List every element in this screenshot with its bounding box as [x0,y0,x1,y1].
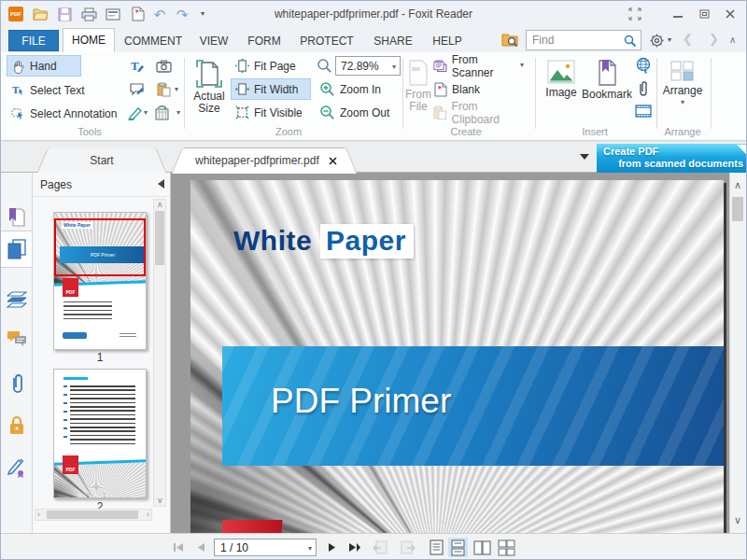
thumbnails-vertical-scrollbar[interactable]: ∧ ∨ [153,199,166,507]
page-thumbnail-2[interactable]: PDF [53,369,147,498]
insert-bookmark-button[interactable]: Bookmark [582,55,632,126]
vscroll-thumb[interactable] [155,211,164,265]
tab-form[interactable]: FORM [242,32,287,50]
page-thumbnail-1[interactable]: White Paper PDF Primer PDF [53,212,147,350]
scroll-left-icon[interactable]: ‹ [37,511,40,519]
signatures-panel-button[interactable] [1,449,32,486]
search-folder-icon[interactable] [501,32,519,48]
scroll-down-icon[interactable]: ∨ [157,497,163,505]
settings-caret-icon[interactable]: ▾ [668,36,671,44]
previous-page-button[interactable] [191,539,210,556]
doc-title-word1: White [233,225,312,256]
pdf-page[interactable]: White Paper PDF Primer [190,180,724,533]
next-view-button[interactable] [399,539,417,556]
create-from-clipboard-button[interactable]: From Clipboard [429,102,531,123]
history-back-icon[interactable]: ❮ [683,32,693,46]
tab-close-icon[interactable] [329,157,337,165]
document-view[interactable]: White Paper PDF Primer [171,173,729,533]
facing-view-button[interactable] [472,538,492,557]
thumb1-viewport-rect[interactable] [54,218,146,276]
paste-button[interactable] [154,79,173,100]
single-page-view-button[interactable] [427,538,446,557]
hand-tool-button[interactable]: Hand [7,55,81,77]
note-comment-button[interactable] [128,79,147,100]
rotate-stamp-button[interactable] [152,103,171,123]
thumbnails-horizontal-scrollbar[interactable]: ‹ › [35,509,152,521]
from-scanner-caret-icon[interactable]: ▾ [520,62,524,69]
fit-visible-button[interactable]: Fit Visible [231,102,315,123]
tab-share[interactable]: SHARE [369,32,417,50]
arrange-button[interactable]: Arrange ▾ [660,55,705,126]
create-blank-button[interactable]: Blank [429,78,494,100]
comments-panel-button[interactable] [1,320,32,357]
actual-size-button[interactable]: Actual Size [188,55,231,126]
close-button[interactable] [720,7,740,21]
scroll-right-icon[interactable]: › [147,511,149,519]
page-number-combo[interactable]: 1 / 10 ▾ [214,539,317,556]
insert-weblink-button[interactable] [634,55,653,76]
select-text-button[interactable]: T Select Text [7,79,109,101]
paste-caret-icon[interactable]: ▾ [175,86,178,93]
minimize-button[interactable] [668,7,688,21]
collapse-ribbon-icon[interactable]: ∧ [729,35,736,45]
tab-start[interactable]: Start [49,148,154,173]
hscroll-thumb[interactable] [47,511,138,519]
typewriter-button[interactable]: T [128,56,147,77]
insert-image-button[interactable]: Image [541,55,582,126]
fullscreen-icon[interactable] [625,7,645,21]
tab-file[interactable]: FILE [8,30,59,51]
document-vertical-scrollbar[interactable]: ∧ ∨ [729,173,745,533]
from-file-icon [407,60,430,86]
insert-video-button[interactable] [634,101,653,121]
stamp-caret-icon[interactable]: ▾ [176,109,180,117]
previous-view-button[interactable] [371,539,389,556]
tab-help[interactable]: HELP [427,32,468,50]
tab-comment[interactable]: COMMENT [122,32,184,50]
zoom-in-button[interactable]: Zoom In [315,78,397,100]
insert-image-label: Image [545,87,576,99]
first-page-button[interactable] [169,539,188,556]
doc-scroll-up-icon[interactable]: ∧ [734,180,741,190]
navigation-pane-strip [1,173,33,533]
pages-panel-button[interactable] [1,231,32,268]
create-pdf-promo-banner[interactable]: Create PDF from scanned documents [597,144,747,173]
zoom-level-combo[interactable]: 72.89% ▾ [335,56,401,76]
group-separator [184,58,185,129]
tab-document-active[interactable]: whitepaper-pdfprimer.pdf [184,148,345,174]
snapshot-button[interactable] [154,56,173,77]
next-page-button[interactable] [322,539,341,556]
tab-view[interactable]: VIEW [193,32,234,50]
restore-button[interactable] [694,7,714,21]
highlighter-caret-icon[interactable]: ▾ [144,109,148,117]
fit-page-button[interactable]: Fit Page [231,55,311,77]
doc-vscroll-thumb[interactable] [732,197,743,221]
insert-attachment-button[interactable] [634,78,653,99]
globe-link-icon [635,57,652,74]
collapse-panel-icon[interactable] [158,179,164,189]
fit-width-button[interactable]: Fit Width [231,78,311,100]
tab-list-caret-icon[interactable] [580,154,589,160]
thumb2-heading [63,377,88,380]
film-icon [635,105,652,118]
history-forward-icon[interactable]: ❯ [709,32,719,46]
tab-protect[interactable]: PROTECT [296,32,358,50]
arrange-caret-icon: ▾ [681,99,684,106]
continuous-view-button[interactable] [448,538,468,557]
scroll-up-icon[interactable]: ∧ [157,201,163,209]
continuous-facing-view-button[interactable] [497,538,516,557]
find-input[interactable] [530,32,620,49]
zoom-out-button[interactable]: Zoom Out [315,102,397,123]
tab-home[interactable]: HOME [63,28,115,52]
select-annotation-label: Select Annotation [30,107,117,120]
arrange-group-caption: Arrange [645,126,720,137]
doc-scroll-down-icon[interactable]: ∨ [734,515,741,525]
security-panel-button[interactable] [1,406,32,443]
attachments-panel-button[interactable] [1,365,32,402]
last-page-button[interactable] [345,539,363,556]
ribbon-home: Hand T Select Text Select Annotation T ▾… [1,52,746,141]
promo-line2: from scanned documents [618,158,743,169]
settings-gear-icon[interactable] [649,33,665,49]
create-from-scanner-button[interactable]: From Scanner [429,55,522,77]
layers-panel-button[interactable] [1,281,32,318]
highlighter-button[interactable] [125,103,144,123]
